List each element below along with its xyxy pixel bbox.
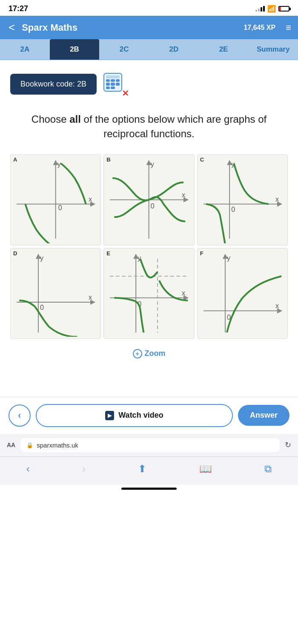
svg-text:x: x [275,302,279,309]
tab-2a[interactable]: 2A [0,39,50,60]
xp-display: 17,645 XP [244,24,275,32]
video-play-icon: ▶ [105,411,114,420]
font-size-control[interactable]: AA [7,442,15,448]
svg-text:0: 0 [151,202,155,210]
tab-2d[interactable]: 2D [149,39,199,60]
svg-text:x: x [89,293,92,300]
svg-text:y: y [151,161,155,168]
graph-a-svg: y x 0 [12,156,99,243]
graph-option-e[interactable]: E y x 0 [103,248,194,339]
cancel-icon: ✕ [122,89,129,98]
lock-icon: 🔒 [26,442,33,448]
graph-option-d[interactable]: D y x 0 [10,248,101,339]
header: < Sparx Maths 17,645 XP ≡ [0,16,298,39]
ios-back-button[interactable]: ‹ [21,461,35,477]
svg-text:x: x [182,191,185,199]
answer-button[interactable]: Answer [238,405,289,426]
graph-option-a[interactable]: A y x 0 [10,154,101,245]
status-time: 17:27 [9,4,28,13]
tab-bar: 2A 2B 2C 2D 2E Summary [0,39,298,60]
ios-bookmarks-button[interactable]: 📖 [194,461,217,477]
svg-text:x: x [182,289,185,296]
bottom-bar: ‹ ▶ Watch video Answer [0,397,298,434]
watch-video-button[interactable]: ▶ Watch video [36,404,233,427]
graph-option-c[interactable]: C y x 0 [197,154,288,245]
svg-rect-16 [199,156,286,243]
home-indicator [0,485,298,493]
back-button[interactable]: < [7,21,17,34]
graph-option-b[interactable]: B y x 0 [103,154,194,245]
graph-c-svg: y x 0 [199,156,286,243]
ios-tabs-button[interactable]: ⧉ [259,461,277,477]
wifi-icon: 📶 [267,5,276,13]
browser-bar: AA 🔒 sparxmaths.uk ↻ [0,434,298,456]
battery-icon [278,6,289,12]
status-bar: 17:27 📶 [0,0,298,16]
refresh-icon[interactable]: ↻ [285,440,291,450]
svg-rect-42 [199,250,286,337]
ios-share-button[interactable]: ⬆ [133,461,152,477]
svg-text:y: y [227,254,231,262]
main-content: Bookwork code: 2B ✕ Choose all of the op… [0,60,298,397]
zoom-label: Zoom [145,349,166,358]
ios-nav-bar: ‹ › ⬆ 📖 ⧉ [0,456,298,485]
graph-e-svg: y x 0 [106,250,192,337]
url-bar[interactable]: 🔒 sparxmaths.uk [20,438,280,452]
zoom-plus-icon: + [133,349,142,358]
graph-f-svg: y x 0 [199,250,286,337]
calculator-icon: ✕ [103,73,126,95]
graph-grid: A y x 0 B [10,154,288,339]
svg-text:x: x [89,195,92,203]
menu-button[interactable]: ≡ [286,22,291,33]
bookwork-row: Bookwork code: 2B ✕ [10,73,288,95]
svg-text:y: y [40,254,44,262]
svg-text:x: x [275,195,279,203]
tab-2c[interactable]: 2C [99,39,149,60]
graph-option-f[interactable]: F y x 0 [197,248,288,339]
watch-video-label: Watch video [118,411,163,420]
zoom-button[interactable]: + Zoom [133,349,166,358]
ios-forward-button[interactable]: › [77,461,91,477]
zoom-row: + Zoom [10,349,288,358]
previous-button[interactable]: ‹ [9,404,31,427]
svg-rect-32 [106,250,192,337]
url-text: sparxmaths.uk [37,442,78,449]
graph-d-svg: y x 0 [12,250,99,337]
svg-text:0: 0 [58,204,62,211]
status-icons: 📶 [255,5,289,13]
tab-2e[interactable]: 2E [199,39,249,60]
tab-summary[interactable]: Summary [248,39,298,60]
svg-text:0: 0 [231,205,235,213]
bookwork-badge: Bookwork code: 2B [10,74,97,95]
signal-icon [255,6,265,12]
svg-text:0: 0 [40,303,44,311]
home-bar [121,488,177,490]
graph-b-svg: y x 0 [106,156,192,243]
question-text: Choose all of the options below which ar… [10,112,288,141]
tab-2b[interactable]: 2B [50,39,100,60]
svg-rect-24 [12,250,99,337]
app-title: Sparx Maths [22,22,238,33]
